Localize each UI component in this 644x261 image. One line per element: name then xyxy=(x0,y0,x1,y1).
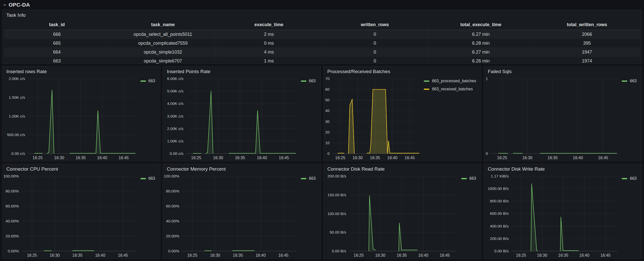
svg-text:16:45: 16:45 xyxy=(598,156,608,160)
table-cell: 6.26 min xyxy=(428,57,534,66)
legend-series-color-icon xyxy=(140,178,146,179)
panel-connector-cpu-percent: Connector CPU Percent 16:2516:3016:3516:… xyxy=(2,164,160,259)
panel-title[interactable]: Connector CPU Percent xyxy=(2,164,160,173)
legend-series-color-icon xyxy=(424,80,429,82)
panel-title[interactable]: Inserted rows Rate xyxy=(2,66,160,76)
panel-title[interactable]: Inserted Points Rate xyxy=(163,66,321,76)
panel-title-task-info[interactable]: Task Info xyxy=(2,10,642,19)
panel-processed-received-batches: Processed/Received Batches 16:2516:3016:… xyxy=(323,66,482,161)
svg-text:2.00K c/s: 2.00K c/s xyxy=(9,76,25,81)
chart-canvas[interactable]: 16:2516:3016:3516:4016:450.00 B/s50.00 B… xyxy=(323,173,460,259)
svg-text:20: 20 xyxy=(325,130,330,134)
svg-text:16:30: 16:30 xyxy=(375,253,385,257)
legend-series-color-icon xyxy=(461,178,467,179)
svg-text:1.00K c/s: 1.00K c/s xyxy=(167,139,183,143)
svg-text:16:40: 16:40 xyxy=(97,156,107,160)
svg-text:16:35: 16:35 xyxy=(370,156,380,160)
legend-series-color-icon xyxy=(424,89,429,90)
legend-item[interactable]: 663 xyxy=(301,176,316,181)
svg-text:16:40: 16:40 xyxy=(95,253,105,257)
panel-title[interactable]: Connector Disk Read Rate xyxy=(323,164,481,173)
svg-text:16:30: 16:30 xyxy=(50,253,60,257)
svg-text:4.00K c/s: 4.00K c/s xyxy=(167,101,183,106)
svg-text:16:35: 16:35 xyxy=(558,253,568,257)
svg-text:16:40: 16:40 xyxy=(387,156,397,160)
legend: 663_processed_batches663_received_batche… xyxy=(422,76,481,161)
table-cell: 664 xyxy=(4,48,110,56)
chart-body: 16:2516:3016:3516:4016:450.00 B/s50.00 B… xyxy=(323,173,481,259)
legend: 663 xyxy=(620,76,642,161)
panel-title[interactable]: Connector Memory Percent xyxy=(163,164,321,173)
legend: 663 xyxy=(460,173,481,259)
legend-series-color-icon xyxy=(140,80,146,82)
table-cell: opcda_select_all_points5011 xyxy=(110,30,216,39)
svg-text:16:45: 16:45 xyxy=(600,253,611,257)
table-cell: 1947 xyxy=(534,48,640,56)
table-cell: 0 xyxy=(322,39,428,47)
table-cell: 6.27 min xyxy=(428,48,534,56)
series-line xyxy=(70,110,135,153)
svg-text:0.00 c/s: 0.00 c/s xyxy=(11,151,25,156)
column-header-task_name[interactable]: task_name xyxy=(110,20,216,30)
legend-item[interactable]: 663_received_batches xyxy=(424,87,476,91)
legend-series-label: 663 xyxy=(309,176,316,181)
svg-text:0.00 c/s: 0.00 c/s xyxy=(170,151,184,156)
chart-canvas[interactable]: 16:2516:3016:3516:4016:4501 xyxy=(484,76,620,161)
svg-text:600.00 B/s: 600.00 B/s xyxy=(490,211,509,216)
legend: 663 xyxy=(139,173,160,259)
svg-text:16:25: 16:25 xyxy=(335,156,345,160)
column-header-total_written_rows[interactable]: total_written_rows xyxy=(534,20,640,30)
legend-item[interactable]: 663 xyxy=(622,79,637,83)
chart-canvas[interactable]: 16:2516:3016:3516:4016:450.00 c/s500.00 … xyxy=(2,76,139,161)
chart-body: 16:2516:3016:3516:4016:45010203040506070… xyxy=(323,76,481,161)
svg-text:50.00 B/s: 50.00 B/s xyxy=(329,230,346,234)
legend-item[interactable]: 663 xyxy=(140,79,155,83)
panel-title[interactable]: Connector Disk Write Rate xyxy=(484,164,642,173)
table-row: 665opcda_complicated75590 ms06.28 min395 xyxy=(4,39,640,48)
svg-text:6.00K c/s: 6.00K c/s xyxy=(167,76,183,81)
table-cell: 6.28 min xyxy=(428,39,534,47)
panel-connector-disk-read-rate: Connector Disk Read Rate 16:2516:3016:35… xyxy=(323,164,482,259)
panel-connector-disk-write-rate: Connector Disk Write Rate 16:2516:3016:3… xyxy=(484,164,642,259)
column-header-total_execute_time[interactable]: total_execute_time xyxy=(428,20,534,30)
svg-text:60.00%: 60.00% xyxy=(6,204,19,208)
legend-item[interactable]: 663 xyxy=(301,79,316,83)
column-header-task_id[interactable]: task_id xyxy=(4,20,110,30)
svg-text:16:35: 16:35 xyxy=(72,253,83,257)
svg-text:16:30: 16:30 xyxy=(522,156,532,160)
legend-item[interactable]: 663 xyxy=(622,176,637,181)
legend-series-label: 663 xyxy=(309,79,316,83)
panel-title[interactable]: Processed/Received Batches xyxy=(323,66,481,76)
chart-canvas[interactable]: 16:2516:3016:3516:4016:450.00%20.00%40.0… xyxy=(163,173,299,259)
legend-item[interactable]: 663 xyxy=(461,176,476,181)
table-cell: 0 xyxy=(322,48,428,56)
panel-title[interactable]: Failed Sqls xyxy=(484,66,642,76)
legend-series-color-icon xyxy=(301,178,306,179)
column-header-written_rows[interactable]: written_rows xyxy=(322,20,428,30)
legend-item[interactable]: 663_processed_batches xyxy=(424,79,476,83)
column-header-execute_time[interactable]: execute_time xyxy=(216,20,322,30)
svg-text:0.00%: 0.00% xyxy=(8,249,19,253)
series-line xyxy=(229,110,296,153)
legend-item[interactable]: 663 xyxy=(140,176,155,181)
svg-text:60: 60 xyxy=(325,87,330,91)
table-cell: 1974 xyxy=(534,57,640,66)
svg-text:80.00%: 80.00% xyxy=(6,189,19,193)
svg-text:200.00 B/s: 200.00 B/s xyxy=(490,236,509,241)
chart-canvas[interactable]: 16:2516:3016:3516:4016:450.00 c/s1.00K c… xyxy=(163,76,299,161)
table-cell: 4 ms xyxy=(216,48,322,56)
svg-text:16:30: 16:30 xyxy=(210,253,220,257)
svg-text:16:40: 16:40 xyxy=(257,156,267,160)
svg-text:30: 30 xyxy=(325,119,330,124)
legend-series-label: 663 xyxy=(630,176,637,181)
table-cell: 1 ms xyxy=(216,57,322,66)
svg-text:16:25: 16:25 xyxy=(497,156,507,160)
svg-text:10: 10 xyxy=(325,141,330,145)
row-header-opc-da[interactable]: OPC-DA xyxy=(2,1,642,8)
legend-series-label: 663 xyxy=(149,79,155,83)
svg-text:16:30: 16:30 xyxy=(353,156,363,160)
chart-canvas[interactable]: 16:2516:3016:3516:4016:450.00 B/s200.00 … xyxy=(484,173,620,259)
chart-canvas[interactable]: 16:2516:3016:3516:4016:450.00%20.00%40.0… xyxy=(2,173,139,259)
panel-inserted-rows-rate: Inserted rows Rate 16:2516:3016:3516:401… xyxy=(2,66,160,161)
chart-canvas[interactable]: 16:2516:3016:3516:4016:45010203040506070 xyxy=(323,76,422,161)
